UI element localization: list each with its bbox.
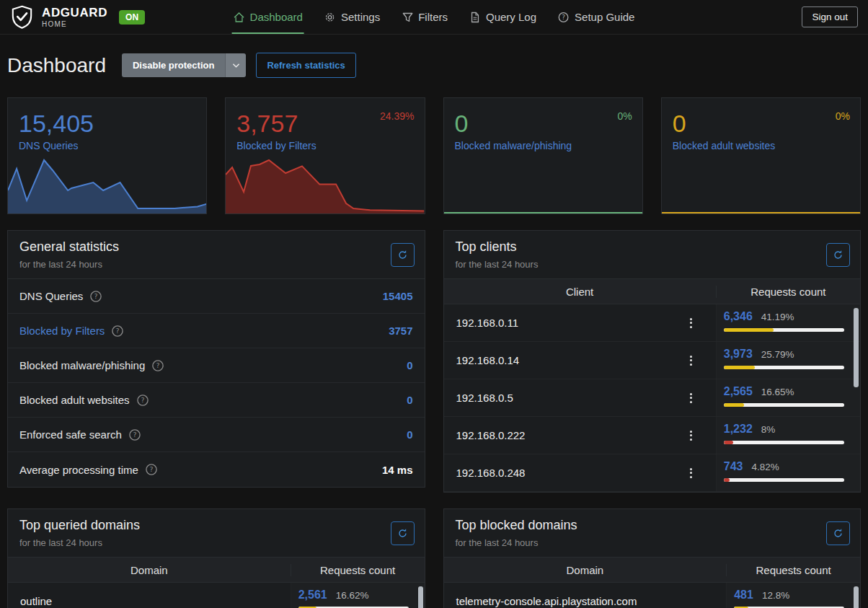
chevron-down-icon [232, 63, 240, 69]
refresh-button[interactable] [391, 243, 415, 267]
brand-name: ADGUARD [42, 6, 107, 19]
nav-item-label: Settings [341, 11, 380, 23]
help-circle-icon[interactable]: ? [145, 463, 158, 476]
kebab-menu-icon[interactable] [688, 391, 694, 405]
stats-value: 3757 [389, 325, 412, 337]
top-blocked-domains-table: Domain Requests count telemetry-console.… [444, 558, 861, 608]
top-blocked-domains-panel: Top blocked domains for the last 24 hour… [443, 508, 862, 608]
client-ip[interactable]: 192.168.0.248 [456, 467, 526, 479]
svg-text:?: ? [156, 361, 160, 369]
progress-bar [724, 366, 844, 369]
client-ip[interactable]: 192.168.0.5 [456, 392, 513, 404]
column-header-client[interactable]: Client [444, 286, 717, 298]
card-accent-line [662, 212, 860, 213]
nav-item-label: Filters [418, 11, 448, 23]
help-circle-icon[interactable]: ? [136, 394, 149, 407]
request-percent: 16.62% [336, 590, 369, 601]
refresh-button[interactable] [391, 521, 415, 545]
card-label: Blocked malware/phishing [455, 140, 642, 151]
stats-row: Enforced safe search ? 0 [8, 418, 425, 452]
stats-label-link[interactable]: Blocked by Filters [19, 325, 105, 337]
help-circle-icon[interactable]: ? [151, 359, 164, 372]
client-ip[interactable]: 192.168.0.14 [456, 354, 520, 366]
card-accent-line [444, 212, 642, 213]
panel-subtitle: for the last 24 hours [19, 259, 119, 270]
stats-label: Blocked adult websites [19, 394, 130, 406]
nav-item-setup-guide[interactable]: ? Setup Guide [558, 0, 634, 34]
client-ip[interactable]: 192.168.0.11 [456, 317, 518, 329]
kebab-menu-icon[interactable] [688, 316, 694, 330]
kebab-menu-icon[interactable] [688, 353, 694, 368]
table-scrollbar[interactable] [854, 308, 859, 387]
column-header-requests-count[interactable]: Requests count [717, 286, 860, 298]
request-count[interactable]: 2,565 [724, 385, 753, 398]
disable-protection-button[interactable]: Disable protection [122, 53, 225, 77]
request-percent: 8% [761, 424, 776, 435]
nav-item-dashboard[interactable]: Dashboard [234, 0, 303, 34]
stats-label: Enforced safe search [19, 428, 122, 441]
request-percent: 41.19% [761, 312, 794, 322]
request-count[interactable]: 743 [724, 460, 743, 473]
sign-out-button[interactable]: Sign out [802, 6, 858, 27]
column-header-requests-count[interactable]: Requests count [727, 564, 860, 576]
help-circle-icon[interactable]: ? [89, 290, 102, 303]
client-ip[interactable]: 192.168.0.222 [456, 429, 526, 441]
help-circle-icon[interactable]: ? [128, 428, 141, 441]
client-row: 192.168.0.5 2,565 16.65% [444, 379, 861, 417]
dns-queries-sparkline-chart [8, 156, 206, 213]
request-count[interactable]: 2,561 [298, 589, 327, 602]
card-value: 0 [673, 110, 860, 138]
nav-menu: Dashboard Settings Filters Query Log ? S… [234, 0, 635, 34]
column-header-domain[interactable]: Domain [444, 564, 727, 576]
domain-name[interactable]: telemetry-console.api.playstation.com [456, 595, 637, 607]
progress-bar [724, 441, 844, 444]
refresh-button[interactable] [826, 243, 850, 267]
svg-text:?: ? [562, 14, 566, 21]
top-queried-domains-table: Domain Requests count outline 2,561 16.6… [8, 558, 425, 608]
page-title: Dashboard [7, 54, 106, 77]
card-label: Blocked adult websites [673, 140, 860, 151]
panel-title: General statistics [19, 239, 119, 255]
panel-subtitle: for the last 24 hours [456, 537, 577, 548]
svg-text:?: ? [141, 396, 144, 404]
nav-item-settings[interactable]: Settings [324, 0, 380, 34]
home-icon [234, 12, 245, 23]
request-count[interactable]: 1,232 [724, 423, 753, 436]
card-label: DNS Queries [19, 140, 206, 151]
blocked-filters-sparkline-chart [226, 156, 424, 213]
stats-value: 0 [407, 394, 412, 406]
kebab-menu-icon[interactable] [688, 466, 694, 480]
svg-text:?: ? [116, 327, 120, 335]
request-percent: 16.65% [761, 387, 794, 397]
request-count[interactable]: 6,346 [724, 310, 753, 323]
card-blocked-malware: 0% 0 Blocked malware/phishing [443, 97, 643, 214]
help-circle-icon[interactable]: ? [111, 325, 124, 338]
column-header-domain[interactable]: Domain [8, 564, 291, 576]
disable-protection-caret-button[interactable] [225, 53, 246, 77]
column-header-requests-count[interactable]: Requests count [291, 564, 425, 576]
panel-title: Top blocked domains [456, 518, 577, 533]
refresh-button[interactable] [826, 521, 850, 545]
nav-item-filters[interactable]: Filters [402, 0, 448, 34]
refresh-icon [397, 528, 408, 539]
middle-panels-row: General statistics for the last 24 hours… [7, 230, 861, 493]
panel-title: Top queried domains [19, 518, 140, 533]
table-scrollbar[interactable] [854, 586, 859, 608]
nav-item-query-log[interactable]: Query Log [469, 0, 536, 34]
refresh-statistics-button[interactable]: Refresh statistics [256, 53, 355, 78]
svg-text:?: ? [149, 465, 153, 473]
stats-row: DNS Queries ? 15405 [8, 279, 425, 314]
request-count[interactable]: 3,973 [724, 348, 753, 361]
protection-status-badge: ON [119, 10, 145, 25]
request-count[interactable]: 481 [734, 589, 753, 602]
navbar: ADGUARD HOME ON Dashboard Settings Filte… [0, 0, 868, 35]
help-circle-icon: ? [558, 12, 570, 23]
stats-value: 15405 [383, 290, 413, 302]
stats-label: DNS Queries [19, 290, 83, 302]
table-scrollbar[interactable] [418, 586, 423, 608]
domain-name[interactable]: outline [20, 595, 52, 607]
kebab-menu-icon[interactable] [688, 428, 694, 443]
card-value: 0 [455, 110, 642, 138]
top-queried-domains-panel: Top queried domains for the last 24 hour… [7, 508, 425, 608]
stats-value: 0 [407, 428, 412, 441]
